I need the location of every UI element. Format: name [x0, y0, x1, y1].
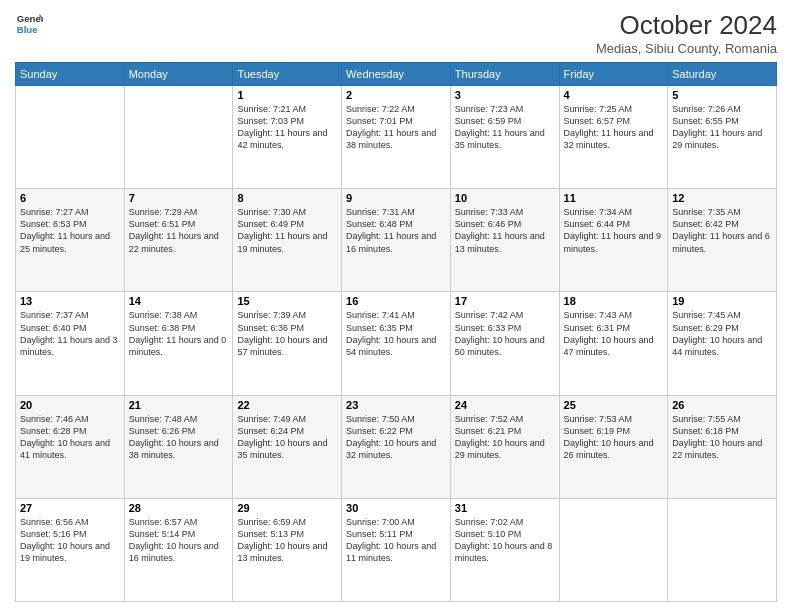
day-number: 10 — [455, 192, 555, 204]
calendar-week-2: 13Sunrise: 7:37 AMSunset: 6:40 PMDayligh… — [16, 292, 777, 395]
header-friday: Friday — [559, 63, 668, 86]
day-info: Sunrise: 7:38 AMSunset: 6:38 PMDaylight:… — [129, 309, 229, 358]
day-info: Sunrise: 7:31 AMSunset: 6:48 PMDaylight:… — [346, 206, 446, 255]
calendar-cell: 7Sunrise: 7:29 AMSunset: 6:51 PMDaylight… — [124, 189, 233, 292]
day-info: Sunrise: 7:52 AMSunset: 6:21 PMDaylight:… — [455, 413, 555, 462]
logo-icon: General Blue — [15, 10, 43, 38]
day-info: Sunrise: 7:55 AMSunset: 6:18 PMDaylight:… — [672, 413, 772, 462]
day-number: 30 — [346, 502, 446, 514]
day-number: 5 — [672, 89, 772, 101]
day-info: Sunrise: 7:35 AMSunset: 6:42 PMDaylight:… — [672, 206, 772, 255]
calendar-cell: 6Sunrise: 7:27 AMSunset: 6:53 PMDaylight… — [16, 189, 125, 292]
calendar-cell — [16, 86, 125, 189]
day-number: 4 — [564, 89, 664, 101]
day-info: Sunrise: 7:46 AMSunset: 6:28 PMDaylight:… — [20, 413, 120, 462]
title-block: October 2024 Medias, Sibiu County, Roman… — [596, 10, 777, 56]
calendar-week-3: 20Sunrise: 7:46 AMSunset: 6:28 PMDayligh… — [16, 395, 777, 498]
calendar-cell — [124, 86, 233, 189]
day-number: 25 — [564, 399, 664, 411]
page: General Blue October 2024 Medias, Sibiu … — [0, 0, 792, 612]
calendar-title: October 2024 — [596, 10, 777, 41]
calendar-cell — [559, 498, 668, 601]
header: General Blue October 2024 Medias, Sibiu … — [15, 10, 777, 56]
day-info: Sunrise: 7:23 AMSunset: 6:59 PMDaylight:… — [455, 103, 555, 152]
logo: General Blue — [15, 10, 43, 38]
calendar-cell: 16Sunrise: 7:41 AMSunset: 6:35 PMDayligh… — [342, 292, 451, 395]
day-info: Sunrise: 7:39 AMSunset: 6:36 PMDaylight:… — [237, 309, 337, 358]
calendar-cell: 28Sunrise: 6:57 AMSunset: 5:14 PMDayligh… — [124, 498, 233, 601]
calendar-cell: 1Sunrise: 7:21 AMSunset: 7:03 PMDaylight… — [233, 86, 342, 189]
calendar-cell: 4Sunrise: 7:25 AMSunset: 6:57 PMDaylight… — [559, 86, 668, 189]
day-info: Sunrise: 7:21 AMSunset: 7:03 PMDaylight:… — [237, 103, 337, 152]
calendar-cell: 26Sunrise: 7:55 AMSunset: 6:18 PMDayligh… — [668, 395, 777, 498]
day-number: 27 — [20, 502, 120, 514]
day-info: Sunrise: 6:56 AMSunset: 5:16 PMDaylight:… — [20, 516, 120, 565]
day-info: Sunrise: 7:41 AMSunset: 6:35 PMDaylight:… — [346, 309, 446, 358]
calendar-cell: 20Sunrise: 7:46 AMSunset: 6:28 PMDayligh… — [16, 395, 125, 498]
day-number: 24 — [455, 399, 555, 411]
day-number: 17 — [455, 295, 555, 307]
day-number: 31 — [455, 502, 555, 514]
day-number: 6 — [20, 192, 120, 204]
day-info: Sunrise: 7:45 AMSunset: 6:29 PMDaylight:… — [672, 309, 772, 358]
day-info: Sunrise: 6:57 AMSunset: 5:14 PMDaylight:… — [129, 516, 229, 565]
header-tuesday: Tuesday — [233, 63, 342, 86]
calendar-week-1: 6Sunrise: 7:27 AMSunset: 6:53 PMDaylight… — [16, 189, 777, 292]
svg-text:Blue: Blue — [17, 24, 38, 35]
day-info: Sunrise: 7:25 AMSunset: 6:57 PMDaylight:… — [564, 103, 664, 152]
calendar-cell: 27Sunrise: 6:56 AMSunset: 5:16 PMDayligh… — [16, 498, 125, 601]
day-info: Sunrise: 7:29 AMSunset: 6:51 PMDaylight:… — [129, 206, 229, 255]
day-info: Sunrise: 6:59 AMSunset: 5:13 PMDaylight:… — [237, 516, 337, 565]
day-info: Sunrise: 7:26 AMSunset: 6:55 PMDaylight:… — [672, 103, 772, 152]
day-info: Sunrise: 7:53 AMSunset: 6:19 PMDaylight:… — [564, 413, 664, 462]
calendar-cell: 5Sunrise: 7:26 AMSunset: 6:55 PMDaylight… — [668, 86, 777, 189]
calendar-cell — [668, 498, 777, 601]
header-saturday: Saturday — [668, 63, 777, 86]
day-info: Sunrise: 7:00 AMSunset: 5:11 PMDaylight:… — [346, 516, 446, 565]
calendar-cell: 25Sunrise: 7:53 AMSunset: 6:19 PMDayligh… — [559, 395, 668, 498]
day-number: 13 — [20, 295, 120, 307]
header-thursday: Thursday — [450, 63, 559, 86]
day-number: 23 — [346, 399, 446, 411]
day-number: 3 — [455, 89, 555, 101]
calendar-cell: 29Sunrise: 6:59 AMSunset: 5:13 PMDayligh… — [233, 498, 342, 601]
calendar-subtitle: Medias, Sibiu County, Romania — [596, 41, 777, 56]
day-number: 16 — [346, 295, 446, 307]
day-info: Sunrise: 7:33 AMSunset: 6:46 PMDaylight:… — [455, 206, 555, 255]
calendar-cell: 13Sunrise: 7:37 AMSunset: 6:40 PMDayligh… — [16, 292, 125, 395]
day-info: Sunrise: 7:42 AMSunset: 6:33 PMDaylight:… — [455, 309, 555, 358]
day-number: 15 — [237, 295, 337, 307]
day-number: 22 — [237, 399, 337, 411]
day-info: Sunrise: 7:30 AMSunset: 6:49 PMDaylight:… — [237, 206, 337, 255]
day-number: 18 — [564, 295, 664, 307]
calendar-cell: 9Sunrise: 7:31 AMSunset: 6:48 PMDaylight… — [342, 189, 451, 292]
calendar-cell: 19Sunrise: 7:45 AMSunset: 6:29 PMDayligh… — [668, 292, 777, 395]
calendar-cell: 22Sunrise: 7:49 AMSunset: 6:24 PMDayligh… — [233, 395, 342, 498]
calendar-header-row: Sunday Monday Tuesday Wednesday Thursday… — [16, 63, 777, 86]
calendar-cell: 10Sunrise: 7:33 AMSunset: 6:46 PMDayligh… — [450, 189, 559, 292]
day-info: Sunrise: 7:49 AMSunset: 6:24 PMDaylight:… — [237, 413, 337, 462]
calendar-cell: 3Sunrise: 7:23 AMSunset: 6:59 PMDaylight… — [450, 86, 559, 189]
calendar-cell: 11Sunrise: 7:34 AMSunset: 6:44 PMDayligh… — [559, 189, 668, 292]
day-info: Sunrise: 7:02 AMSunset: 5:10 PMDaylight:… — [455, 516, 555, 565]
day-info: Sunrise: 7:43 AMSunset: 6:31 PMDaylight:… — [564, 309, 664, 358]
day-number: 11 — [564, 192, 664, 204]
svg-text:General: General — [17, 13, 43, 24]
day-number: 20 — [20, 399, 120, 411]
calendar-cell: 17Sunrise: 7:42 AMSunset: 6:33 PMDayligh… — [450, 292, 559, 395]
day-number: 28 — [129, 502, 229, 514]
header-sunday: Sunday — [16, 63, 125, 86]
day-number: 19 — [672, 295, 772, 307]
calendar-cell: 14Sunrise: 7:38 AMSunset: 6:38 PMDayligh… — [124, 292, 233, 395]
day-number: 26 — [672, 399, 772, 411]
calendar-cell: 18Sunrise: 7:43 AMSunset: 6:31 PMDayligh… — [559, 292, 668, 395]
day-number: 21 — [129, 399, 229, 411]
calendar-week-4: 27Sunrise: 6:56 AMSunset: 5:16 PMDayligh… — [16, 498, 777, 601]
calendar-cell: 30Sunrise: 7:00 AMSunset: 5:11 PMDayligh… — [342, 498, 451, 601]
day-info: Sunrise: 7:50 AMSunset: 6:22 PMDaylight:… — [346, 413, 446, 462]
header-wednesday: Wednesday — [342, 63, 451, 86]
day-info: Sunrise: 7:22 AMSunset: 7:01 PMDaylight:… — [346, 103, 446, 152]
day-number: 2 — [346, 89, 446, 101]
calendar-cell: 31Sunrise: 7:02 AMSunset: 5:10 PMDayligh… — [450, 498, 559, 601]
calendar-cell: 15Sunrise: 7:39 AMSunset: 6:36 PMDayligh… — [233, 292, 342, 395]
